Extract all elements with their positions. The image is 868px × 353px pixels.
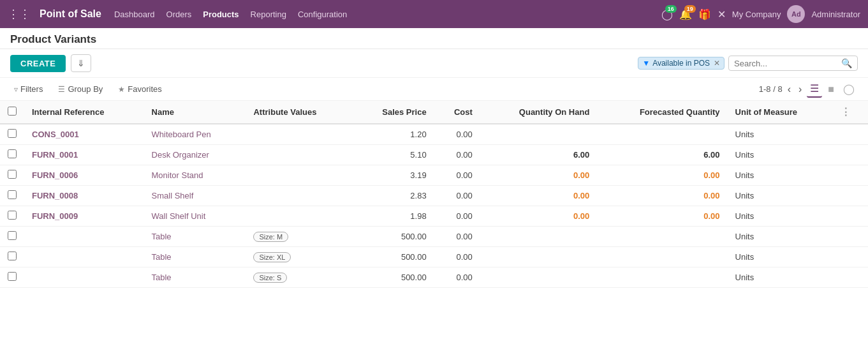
kanban-view-button[interactable]: ■: [825, 82, 837, 97]
header-unit-of-measure[interactable]: Unit of Measure: [728, 101, 834, 124]
groupby-icon: ☰: [58, 85, 65, 94]
filter-tag-label: Available in POS: [652, 59, 710, 68]
pager-prev-button[interactable]: ‹: [785, 82, 793, 96]
header-cost[interactable]: Cost: [434, 101, 480, 124]
settings-view-button[interactable]: ◯: [840, 81, 858, 97]
table-row: FURN_0001Desk Organizer5.100.006.006.00U…: [0, 145, 868, 165]
groupby-label: Group By: [68, 84, 103, 94]
search-area: ▼ Available in POS ✕ 🔍: [638, 56, 858, 71]
search-input[interactable]: [734, 59, 841, 68]
cell-sales-price: 3.19: [353, 165, 434, 186]
cell-cost: 0.00: [434, 186, 480, 206]
cell-unit-of-measure: Units: [728, 227, 834, 247]
admin-avatar[interactable]: Ad: [787, 5, 805, 23]
cell-attribute-values: [246, 165, 353, 186]
header-forecasted-quantity[interactable]: Forecasted Quantity: [597, 101, 727, 124]
cell-internal-ref[interactable]: FURN_0008: [24, 186, 144, 206]
table-row: TableSize: XL500.000.00Units: [0, 247, 868, 267]
close-icon[interactable]: ✕: [717, 8, 726, 20]
cell-name[interactable]: Monitor Stand: [144, 165, 246, 186]
cell-sales-price: 5.10: [353, 145, 434, 165]
cell-internal-ref[interactable]: FURN_0001: [24, 145, 144, 165]
grid-icon[interactable]: ⋮⋮: [8, 7, 31, 21]
cell-name[interactable]: Table: [144, 267, 246, 288]
cell-name[interactable]: Wall Shelf Unit: [144, 206, 246, 227]
row-checkbox-cell: [0, 267, 24, 288]
search-icon[interactable]: 🔍: [841, 58, 852, 68]
list-view-button[interactable]: ☰: [807, 80, 822, 98]
row-checkbox[interactable]: [8, 149, 17, 158]
page-header: Product Variants: [0, 28, 868, 49]
header-more[interactable]: ⋮: [833, 101, 868, 124]
select-all-checkbox[interactable]: [8, 107, 17, 116]
cell-cost: 0.00: [434, 247, 480, 267]
filters-label: Filters: [20, 84, 43, 94]
topnav-menu: Dashboard Orders Products Reporting Conf…: [114, 10, 347, 19]
cell-internal-ref[interactable]: FURN_0006: [24, 165, 144, 186]
cell-attribute-values: [246, 206, 353, 227]
header-attribute-values[interactable]: Attribute Values: [246, 101, 353, 124]
company-name[interactable]: My Company: [732, 10, 781, 19]
cell-forecasted-quantity: 0.00: [597, 165, 727, 186]
search-input-wrap: 🔍: [728, 56, 858, 71]
cell-more: [833, 165, 868, 186]
groupby-button[interactable]: ☰ Group By: [54, 82, 107, 96]
topnav-right: ◯ 16 🔔 19 🎁 ✕ My Company Ad Administrato…: [661, 5, 860, 23]
attribute-badge: Size: XL: [253, 252, 291, 262]
cell-sales-price: 1.98: [353, 206, 434, 227]
select-all-header[interactable]: [0, 101, 24, 124]
cell-sales-price: 500.00: [353, 267, 434, 288]
create-button[interactable]: CREATE: [10, 55, 66, 72]
cell-cost: 0.00: [434, 124, 480, 145]
header-name[interactable]: Name: [144, 101, 246, 124]
filter-funnel-icon: ▼: [642, 59, 650, 68]
cell-unit-of-measure: Units: [728, 267, 834, 288]
row-checkbox[interactable]: [8, 231, 17, 240]
row-checkbox-cell: [0, 186, 24, 206]
header-sales-price[interactable]: Sales Price: [353, 101, 434, 124]
row-checkbox[interactable]: [8, 170, 17, 179]
cell-forecasted-quantity: [597, 267, 727, 288]
cell-forecasted-quantity: 6.00: [597, 145, 727, 165]
messages-icon-wrap[interactable]: 🔔 19: [679, 8, 692, 20]
filter-remove-button[interactable]: ✕: [714, 59, 720, 68]
cell-internal-ref[interactable]: CONS_0001: [24, 124, 144, 145]
filters-button[interactable]: ▿ Filters: [10, 82, 47, 96]
activity-icon-wrap[interactable]: ◯ 16: [661, 8, 673, 20]
cell-forecasted-quantity: [597, 247, 727, 267]
cell-name[interactable]: Small Shelf: [144, 186, 246, 206]
cell-internal-ref: [24, 247, 144, 267]
cell-name[interactable]: Desk Organizer: [144, 145, 246, 165]
filter-icon: ▿: [14, 85, 18, 94]
filter-tag: ▼ Available in POS ✕: [638, 57, 725, 70]
row-checkbox[interactable]: [8, 211, 17, 220]
gift-icon[interactable]: 🎁: [698, 8, 711, 20]
row-checkbox[interactable]: [8, 190, 17, 199]
cell-internal-ref: [24, 227, 144, 247]
admin-name[interactable]: Administrator: [811, 10, 860, 19]
row-checkbox-cell: [0, 165, 24, 186]
cell-name[interactable]: Whiteboard Pen: [144, 124, 246, 145]
pager-next-button[interactable]: ›: [796, 82, 804, 96]
favorites-button[interactable]: ★ Favorites: [114, 82, 165, 96]
cell-name[interactable]: Table: [144, 227, 246, 247]
nav-reporting[interactable]: Reporting: [251, 10, 286, 19]
cell-forecasted-quantity: [597, 124, 727, 145]
favorites-label: Favorites: [128, 84, 161, 94]
cell-attribute-values: Size: S: [246, 267, 353, 288]
nav-configuration[interactable]: Configuration: [298, 10, 347, 19]
nav-products[interactable]: Products: [203, 10, 239, 19]
header-quantity-on-hand[interactable]: Quantity On Hand: [480, 101, 598, 124]
row-checkbox[interactable]: [8, 272, 17, 281]
download-button[interactable]: ⇓: [71, 54, 91, 72]
nav-orders[interactable]: Orders: [166, 10, 192, 19]
header-internal-ref[interactable]: Internal Reference: [24, 101, 144, 124]
nav-dashboard[interactable]: Dashboard: [114, 10, 155, 19]
row-checkbox[interactable]: [8, 252, 17, 260]
cell-internal-ref[interactable]: FURN_0009: [24, 206, 144, 227]
cell-name[interactable]: Table: [144, 247, 246, 267]
cell-more: [833, 247, 868, 267]
download-icon: ⇓: [77, 58, 85, 68]
row-checkbox[interactable]: [8, 129, 17, 138]
cell-unit-of-measure: Units: [728, 145, 834, 165]
